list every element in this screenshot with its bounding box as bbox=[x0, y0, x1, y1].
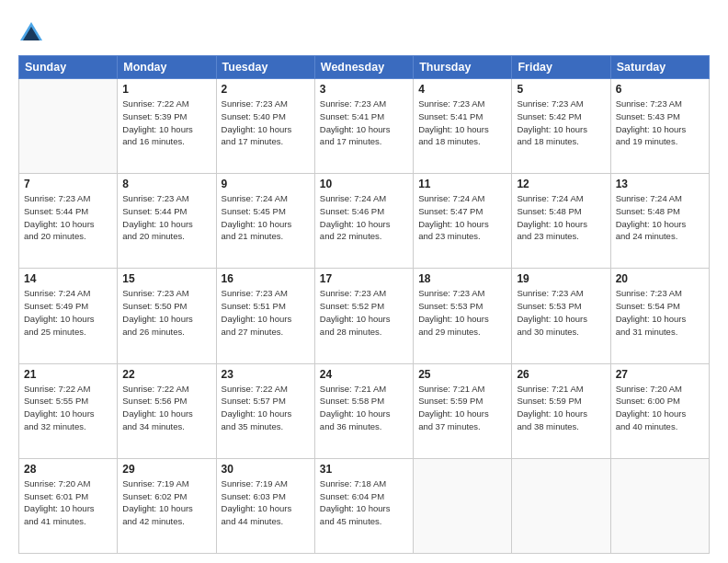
logo bbox=[18, 20, 48, 46]
day-number: 13 bbox=[616, 178, 704, 190]
calendar-cell: 7Sunrise: 7:23 AMSunset: 5:44 PMDaylight… bbox=[19, 174, 118, 269]
day-number: 11 bbox=[418, 178, 506, 190]
day-header-thursday: Thursday bbox=[414, 56, 512, 79]
day-header-monday: Monday bbox=[118, 56, 216, 79]
day-number: 27 bbox=[616, 368, 704, 381]
calendar-cell: 23Sunrise: 7:22 AMSunset: 5:57 PMDayligh… bbox=[216, 363, 314, 458]
day-number: 31 bbox=[320, 463, 408, 476]
calendar-cell: 12Sunrise: 7:24 AMSunset: 5:48 PMDayligh… bbox=[512, 174, 610, 269]
week-row-2: 14Sunrise: 7:24 AMSunset: 5:49 PMDayligh… bbox=[19, 269, 710, 363]
day-info: Sunrise: 7:24 AMSunset: 5:46 PMDaylight:… bbox=[320, 192, 408, 243]
day-info: Sunrise: 7:23 AMSunset: 5:42 PMDaylight:… bbox=[517, 98, 605, 148]
logo-icon bbox=[18, 20, 44, 46]
page: SundayMondayTuesdayWednesdayThursdayFrid… bbox=[0, 0, 728, 563]
day-info: Sunrise: 7:23 AMSunset: 5:41 PMDaylight:… bbox=[418, 98, 506, 148]
day-number: 21 bbox=[24, 368, 112, 381]
week-row-0: 1Sunrise: 7:22 AMSunset: 5:39 PMDaylight… bbox=[19, 79, 710, 174]
calendar-cell: 16Sunrise: 7:23 AMSunset: 5:51 PMDayligh… bbox=[216, 269, 314, 363]
day-info: Sunrise: 7:19 AMSunset: 6:02 PMDaylight:… bbox=[122, 477, 210, 528]
day-info: Sunrise: 7:24 AMSunset: 5:45 PMDaylight:… bbox=[222, 192, 310, 243]
day-number: 14 bbox=[24, 272, 112, 285]
calendar-cell: 15Sunrise: 7:23 AMSunset: 5:50 PMDayligh… bbox=[118, 269, 216, 363]
calendar-header: SundayMondayTuesdayWednesdayThursdayFrid… bbox=[19, 56, 710, 79]
day-number: 22 bbox=[122, 368, 210, 381]
day-number: 20 bbox=[616, 272, 704, 285]
day-info: Sunrise: 7:22 AMSunset: 5:39 PMDaylight:… bbox=[122, 98, 210, 148]
calendar-cell: 1Sunrise: 7:22 AMSunset: 5:39 PMDaylight… bbox=[118, 79, 216, 174]
week-row-4: 28Sunrise: 7:20 AMSunset: 6:01 PMDayligh… bbox=[19, 458, 710, 553]
week-row-1: 7Sunrise: 7:23 AMSunset: 5:44 PMDaylight… bbox=[19, 174, 710, 269]
day-info: Sunrise: 7:23 AMSunset: 5:50 PMDaylight:… bbox=[122, 287, 210, 338]
calendar-cell: 4Sunrise: 7:23 AMSunset: 5:41 PMDaylight… bbox=[414, 79, 512, 174]
day-info: Sunrise: 7:23 AMSunset: 5:44 PMDaylight:… bbox=[122, 192, 210, 243]
day-number: 26 bbox=[517, 368, 605, 381]
day-header-tuesday: Tuesday bbox=[216, 56, 314, 79]
week-row-3: 21Sunrise: 7:22 AMSunset: 5:55 PMDayligh… bbox=[19, 363, 710, 458]
calendar-cell: 25Sunrise: 7:21 AMSunset: 5:59 PMDayligh… bbox=[414, 363, 512, 458]
day-number: 3 bbox=[320, 83, 408, 96]
calendar-cell: 14Sunrise: 7:24 AMSunset: 5:49 PMDayligh… bbox=[19, 269, 118, 363]
day-info: Sunrise: 7:19 AMSunset: 6:03 PMDaylight:… bbox=[222, 477, 310, 528]
day-info: Sunrise: 7:23 AMSunset: 5:40 PMDaylight:… bbox=[222, 98, 310, 148]
calendar-cell: 17Sunrise: 7:23 AMSunset: 5:52 PMDayligh… bbox=[314, 269, 413, 363]
day-number: 7 bbox=[24, 178, 112, 190]
day-number: 12 bbox=[517, 178, 605, 190]
day-info: Sunrise: 7:22 AMSunset: 5:56 PMDaylight:… bbox=[122, 383, 210, 433]
days-header-row: SundayMondayTuesdayWednesdayThursdayFrid… bbox=[19, 56, 710, 79]
calendar-body: 1Sunrise: 7:22 AMSunset: 5:39 PMDaylight… bbox=[19, 79, 710, 554]
calendar-cell: 28Sunrise: 7:20 AMSunset: 6:01 PMDayligh… bbox=[19, 458, 118, 553]
calendar-cell: 22Sunrise: 7:22 AMSunset: 5:56 PMDayligh… bbox=[118, 363, 216, 458]
day-info: Sunrise: 7:22 AMSunset: 5:55 PMDaylight:… bbox=[24, 383, 112, 433]
calendar-cell: 19Sunrise: 7:23 AMSunset: 5:53 PMDayligh… bbox=[512, 269, 610, 363]
day-number: 16 bbox=[222, 272, 310, 285]
calendar-cell: 11Sunrise: 7:24 AMSunset: 5:47 PMDayligh… bbox=[414, 174, 512, 269]
day-number: 6 bbox=[616, 83, 704, 96]
day-number: 30 bbox=[222, 463, 310, 476]
calendar-cell: 5Sunrise: 7:23 AMSunset: 5:42 PMDaylight… bbox=[512, 79, 610, 174]
calendar-cell: 8Sunrise: 7:23 AMSunset: 5:44 PMDaylight… bbox=[118, 174, 216, 269]
day-info: Sunrise: 7:23 AMSunset: 5:43 PMDaylight:… bbox=[616, 98, 704, 148]
calendar-cell: 29Sunrise: 7:19 AMSunset: 6:02 PMDayligh… bbox=[118, 458, 216, 553]
day-number: 25 bbox=[418, 368, 506, 381]
day-info: Sunrise: 7:18 AMSunset: 6:04 PMDaylight:… bbox=[320, 477, 408, 528]
day-info: Sunrise: 7:20 AMSunset: 6:01 PMDaylight:… bbox=[24, 477, 112, 528]
day-number: 24 bbox=[320, 368, 408, 381]
day-number: 4 bbox=[418, 83, 506, 96]
calendar-cell: 21Sunrise: 7:22 AMSunset: 5:55 PMDayligh… bbox=[19, 363, 118, 458]
day-number: 8 bbox=[122, 178, 210, 190]
day-number: 5 bbox=[517, 83, 605, 96]
day-info: Sunrise: 7:24 AMSunset: 5:47 PMDaylight:… bbox=[418, 192, 506, 243]
calendar-cell: 18Sunrise: 7:23 AMSunset: 5:53 PMDayligh… bbox=[414, 269, 512, 363]
day-number: 10 bbox=[320, 178, 408, 190]
day-info: Sunrise: 7:23 AMSunset: 5:51 PMDaylight:… bbox=[222, 287, 310, 338]
calendar-cell: 27Sunrise: 7:20 AMSunset: 6:00 PMDayligh… bbox=[610, 363, 709, 458]
day-info: Sunrise: 7:21 AMSunset: 5:59 PMDaylight:… bbox=[418, 383, 506, 433]
day-info: Sunrise: 7:23 AMSunset: 5:54 PMDaylight:… bbox=[616, 287, 704, 338]
day-info: Sunrise: 7:23 AMSunset: 5:44 PMDaylight:… bbox=[24, 192, 112, 243]
day-header-wednesday: Wednesday bbox=[314, 56, 413, 79]
day-number: 2 bbox=[222, 83, 310, 96]
calendar-cell: 10Sunrise: 7:24 AMSunset: 5:46 PMDayligh… bbox=[314, 174, 413, 269]
day-info: Sunrise: 7:23 AMSunset: 5:52 PMDaylight:… bbox=[320, 287, 408, 338]
day-number: 19 bbox=[517, 272, 605, 285]
calendar-cell bbox=[610, 458, 709, 553]
calendar-cell bbox=[19, 79, 118, 174]
day-header-friday: Friday bbox=[512, 56, 610, 79]
calendar-cell bbox=[414, 458, 512, 553]
header bbox=[18, 17, 710, 46]
day-info: Sunrise: 7:24 AMSunset: 5:48 PMDaylight:… bbox=[616, 192, 704, 243]
day-header-saturday: Saturday bbox=[610, 56, 709, 79]
day-info: Sunrise: 7:21 AMSunset: 5:58 PMDaylight:… bbox=[320, 383, 408, 433]
day-info: Sunrise: 7:20 AMSunset: 6:00 PMDaylight:… bbox=[616, 383, 704, 433]
day-info: Sunrise: 7:23 AMSunset: 5:53 PMDaylight:… bbox=[517, 287, 605, 338]
calendar-cell: 24Sunrise: 7:21 AMSunset: 5:58 PMDayligh… bbox=[314, 363, 413, 458]
day-info: Sunrise: 7:24 AMSunset: 5:49 PMDaylight:… bbox=[24, 287, 112, 338]
calendar-cell: 20Sunrise: 7:23 AMSunset: 5:54 PMDayligh… bbox=[610, 269, 709, 363]
day-number: 23 bbox=[222, 368, 310, 381]
calendar-cell: 31Sunrise: 7:18 AMSunset: 6:04 PMDayligh… bbox=[314, 458, 413, 553]
calendar-cell: 30Sunrise: 7:19 AMSunset: 6:03 PMDayligh… bbox=[216, 458, 314, 553]
calendar-cell: 6Sunrise: 7:23 AMSunset: 5:43 PMDaylight… bbox=[610, 79, 709, 174]
calendar-cell: 3Sunrise: 7:23 AMSunset: 5:41 PMDaylight… bbox=[314, 79, 413, 174]
day-number: 9 bbox=[222, 178, 310, 190]
calendar-cell bbox=[512, 458, 610, 553]
